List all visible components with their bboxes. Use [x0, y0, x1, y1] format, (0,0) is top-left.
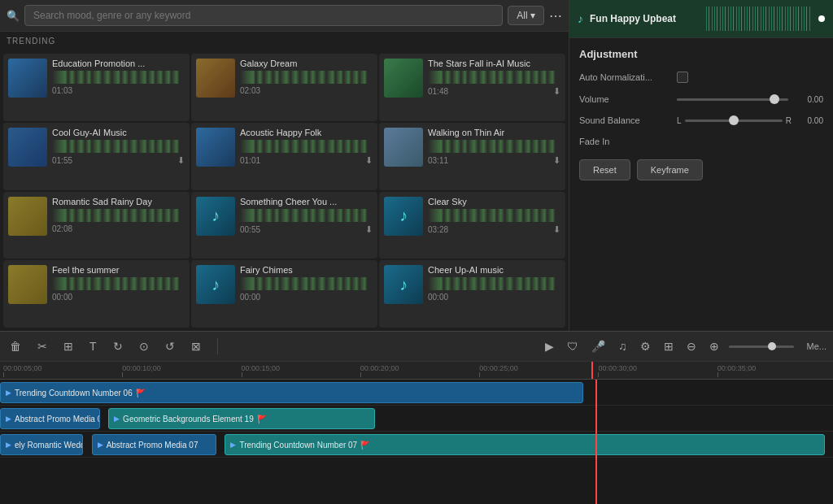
clip-title: ely Romantic Weddi...: [15, 441, 83, 450]
delete-tool[interactable]: 🗑: [7, 338, 24, 354]
balance-r-label: R: [786, 116, 792, 125]
clip-title: Geometric Backgrounds Element 19: [123, 415, 254, 424]
track-clip[interactable]: ▶ Trending Countdown Number 06 🚩: [0, 382, 583, 403]
cut-tool[interactable]: ✂: [34, 338, 50, 354]
undo-tool[interactable]: ↺: [162, 338, 178, 354]
clip-play-icon: ▶: [6, 389, 11, 397]
split-tool[interactable]: ⊠: [188, 338, 204, 354]
download-icon[interactable]: ⬇: [365, 155, 373, 166]
search-icon: 🔍: [7, 10, 20, 22]
text-tool[interactable]: T: [86, 338, 100, 354]
timeline-tracks: ▶ Trending Countdown Number 06 🚩 ▶ Abstr…: [0, 380, 833, 504]
music-info: Clear Sky 03:28 ⬇: [428, 197, 560, 235]
music-thumb-icon: ♪: [196, 265, 235, 304]
download-icon[interactable]: ⬇: [553, 86, 560, 97]
music-meta: 03:11 ⬇: [428, 155, 560, 166]
timer-tool[interactable]: ⊙: [136, 338, 152, 354]
music-card[interactable]: Cool Guy-AI Music 01:55 ⬇: [3, 123, 190, 190]
music-waveform: [240, 71, 373, 84]
music-thumb-icon: ♪: [384, 197, 423, 236]
music-btn[interactable]: ♫: [615, 338, 630, 354]
all-filter-btn[interactable]: All ▾: [508, 6, 544, 25]
timeline-area: 00:00:05;00 00:00:10;00 00:00:15;00 00:0…: [0, 362, 833, 504]
download-icon[interactable]: ⬇: [177, 155, 185, 166]
clip-flag: 🚩: [257, 415, 267, 424]
auto-normalize-checkbox[interactable]: [677, 72, 688, 83]
volume-thumb[interactable]: [770, 94, 779, 104]
more-options-btn[interactable]: ⋯: [549, 8, 562, 24]
zoom-in-btn[interactable]: ⊕: [706, 338, 722, 354]
track-clip[interactable]: ▶ Trending Countdown Number 07 🚩: [225, 434, 824, 455]
track-clip[interactable]: ▶ Geometric Backgrounds Element 19 🚩: [108, 408, 375, 429]
balance-track[interactable]: [685, 119, 783, 122]
track-clip[interactable]: ▶ ely Romantic Weddi...: [0, 434, 83, 455]
music-card[interactable]: ♪ Cheer Up-AI music 00:00: [379, 260, 565, 328]
clip-play-icon: ▶: [98, 441, 103, 449]
balance-thumb[interactable]: [729, 115, 739, 125]
zoom-thumb[interactable]: [768, 342, 776, 350]
ruler-mark: 00:00:20;00: [357, 364, 476, 377]
music-waveform: [52, 140, 185, 153]
music-duration: 00:00: [52, 293, 72, 302]
mic-btn[interactable]: 🎤: [588, 338, 608, 354]
zoom-slider[interactable]: [729, 345, 794, 348]
music-meta: 00:55 ⬇: [240, 224, 373, 235]
loop-tool[interactable]: ↻: [110, 338, 126, 354]
volume-track[interactable]: [677, 98, 788, 101]
music-card[interactable]: Acoustic Happy Folk 01:01 ⬇: [191, 123, 377, 190]
grid-btn[interactable]: ⊞: [661, 338, 677, 354]
music-card[interactable]: Romantic Sad Rainy Day 02:08: [3, 192, 190, 259]
play-btn[interactable]: ▶: [542, 338, 557, 354]
balance-controls: L R 0.00: [677, 116, 823, 125]
clip-play-icon: ▶: [114, 415, 120, 423]
search-input[interactable]: [24, 5, 503, 26]
music-card[interactable]: ♪ Fairy Chimes 00:00: [191, 260, 377, 328]
music-title: Romantic Sad Rainy Day: [52, 197, 185, 206]
music-meta: 01:55 ⬇: [52, 155, 185, 166]
waveform-display: [704, 7, 813, 31]
music-info: Education Promotion ... 01:03: [52, 59, 185, 95]
music-thumb: [8, 265, 47, 304]
search-bar: 🔍 All ▾ ⋯: [0, 0, 569, 32]
zoom-out-btn[interactable]: ⊖: [683, 338, 700, 354]
music-info: Cheer Up-AI music 00:00: [428, 265, 560, 302]
music-card[interactable]: ♪ Something Cheer You ... 00:55 ⬇: [191, 192, 377, 259]
music-card[interactable]: Education Promotion ... 01:03: [3, 54, 190, 121]
music-waveform: [428, 140, 560, 153]
reset-button[interactable]: Reset: [579, 159, 630, 180]
keyframe-button[interactable]: Keyframe: [637, 159, 703, 180]
media-label: Me...: [807, 341, 826, 351]
music-waveform: [428, 209, 560, 222]
music-card[interactable]: Galaxy Dream 02:03: [191, 54, 377, 121]
volume-fill: [677, 98, 771, 101]
music-title: Clear Sky: [428, 197, 560, 206]
music-duration: 01:48: [428, 87, 448, 96]
track-clip[interactable]: ▶ Abstract Promo Media 09: [0, 408, 100, 429]
music-card[interactable]: The Stars Fall in-AI Music 01:48 ⬇: [379, 54, 565, 121]
music-duration: 01:55: [52, 156, 72, 165]
settings-btn[interactable]: ⚙: [637, 338, 654, 354]
download-icon[interactable]: ⬇: [553, 155, 560, 166]
music-info: Romantic Sad Rainy Day 02:08: [52, 197, 185, 233]
music-card[interactable]: Feel the summer 00:00: [3, 260, 190, 328]
shield-btn[interactable]: 🛡: [564, 338, 582, 354]
ruler-tick: [122, 372, 123, 377]
music-card[interactable]: Walking on Thin Air 03:11 ⬇: [379, 123, 565, 190]
ruler-marks: 00:00:05;00 00:00:10;00 00:00:15;00 00:0…: [0, 364, 833, 377]
track-clip[interactable]: ▶ Abstract Promo Media 07: [92, 434, 217, 455]
music-meta: 02:03: [240, 86, 373, 95]
music-title: Feel the summer: [52, 265, 185, 275]
music-duration: 02:08: [52, 224, 72, 233]
download-icon[interactable]: ⬇: [365, 224, 373, 235]
ruler-mark: 00:00:15;00: [238, 364, 357, 377]
music-title: Cool Guy-AI Music: [52, 128, 185, 137]
music-card[interactable]: ♪ Clear Sky 03:28 ⬇: [379, 192, 565, 259]
music-meta: 03:28 ⬇: [428, 224, 560, 235]
music-title: Fairy Chimes: [240, 265, 373, 275]
download-icon[interactable]: ⬇: [553, 224, 560, 235]
sound-balance-label: Sound Balance: [579, 115, 677, 125]
music-meta: 02:08: [52, 224, 185, 233]
ruler-tick: [242, 372, 242, 377]
music-info: Walking on Thin Air 03:11 ⬇: [428, 128, 560, 166]
trim-tool[interactable]: ⊞: [60, 338, 76, 354]
